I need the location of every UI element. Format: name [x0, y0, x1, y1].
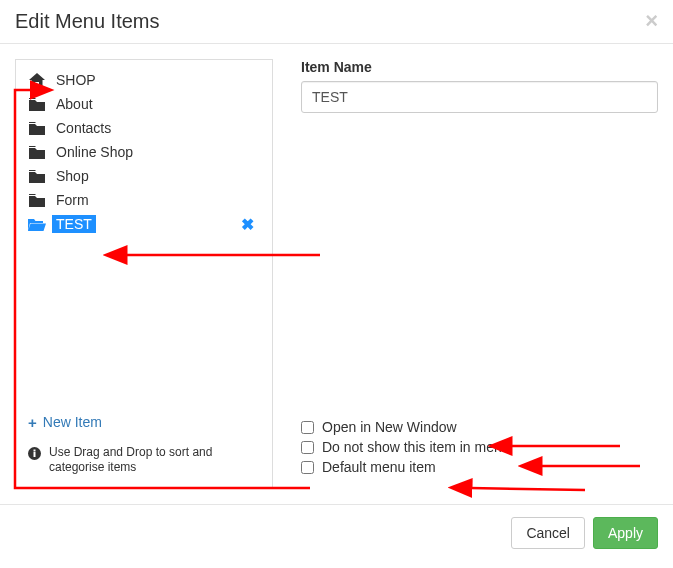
apply-button[interactable]: Apply — [593, 517, 658, 549]
tree-item-online-shop[interactable]: Online Shop — [28, 140, 260, 164]
folder-icon — [28, 146, 46, 159]
hint-text: Use Drag and Drop to sort and categorise… — [49, 445, 260, 476]
modal-header: Edit Menu Items × — [0, 0, 673, 44]
hint-row: Use Drag and Drop to sort and categorise… — [16, 439, 272, 488]
tree-item-label: Shop — [52, 167, 93, 185]
cancel-button[interactable]: Cancel — [511, 517, 585, 549]
close-icon[interactable]: × — [645, 10, 658, 32]
folder-icon — [28, 194, 46, 207]
tree-item-shop-folder[interactable]: Shop — [28, 164, 260, 188]
default-item-checkbox[interactable] — [301, 461, 314, 474]
modal-body: SHOP About Contacts — [0, 44, 673, 504]
default-item-row: Default menu item — [301, 457, 658, 477]
tree-item-label: About — [52, 95, 97, 113]
modal-title: Edit Menu Items — [15, 10, 160, 33]
open-new-window-row: Open in New Window — [301, 417, 658, 437]
folder-icon — [28, 98, 46, 111]
tree-item-about[interactable]: About — [28, 92, 260, 116]
default-item-label: Default menu item — [322, 459, 436, 475]
svg-rect-2 — [34, 449, 36, 451]
tree-item-label: Form — [52, 191, 93, 209]
new-item-button[interactable]: + New Item — [16, 406, 272, 439]
folder-icon — [28, 122, 46, 135]
menu-tree: SHOP About Contacts — [16, 60, 272, 406]
tree-item-contacts[interactable]: Contacts — [28, 116, 260, 140]
item-options: Open in New Window Do not show this item… — [301, 417, 658, 477]
do-not-show-label: Do not show this item in menu — [322, 439, 510, 455]
tree-item-form[interactable]: Form — [28, 188, 260, 212]
do-not-show-checkbox[interactable] — [301, 441, 314, 454]
item-details-panel: Item Name Open in New Window Do not show… — [273, 59, 658, 489]
do-not-show-row: Do not show this item in menu — [301, 437, 658, 457]
item-name-label: Item Name — [301, 59, 658, 75]
folder-icon — [28, 170, 46, 183]
svg-rect-1 — [34, 452, 36, 457]
tree-item-label: SHOP — [52, 71, 100, 89]
tree-item-label: Online Shop — [52, 143, 137, 161]
tree-item-shop[interactable]: SHOP — [28, 68, 260, 92]
modal-footer: Cancel Apply — [0, 504, 673, 561]
menu-tree-panel: SHOP About Contacts — [15, 59, 273, 489]
open-new-window-label: Open in New Window — [322, 419, 457, 435]
tree-item-label: TEST — [52, 215, 96, 233]
new-item-label: New Item — [43, 414, 102, 430]
folder-open-icon — [28, 218, 46, 231]
plus-icon: + — [28, 414, 37, 431]
open-new-window-checkbox[interactable] — [301, 421, 314, 434]
tree-item-label: Contacts — [52, 119, 115, 137]
edit-menu-items-modal: Edit Menu Items × SHOP About — [0, 0, 673, 561]
info-icon — [28, 447, 41, 463]
home-icon — [28, 73, 46, 87]
delete-item-icon[interactable]: ✖ — [241, 215, 254, 234]
item-name-input[interactable] — [301, 81, 658, 113]
tree-item-test[interactable]: TEST ✖ — [28, 212, 260, 236]
